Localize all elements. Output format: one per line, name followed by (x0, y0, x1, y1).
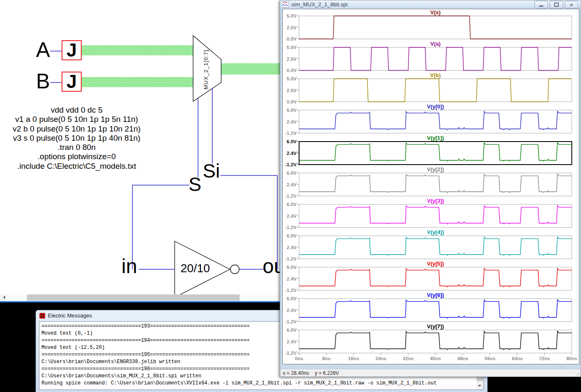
message-line: Running spice command: C:\Users\brian\Do… (41, 380, 436, 387)
spice-line: .options plotwinsize=0 (3, 152, 150, 161)
y-tick-label: 2.5V (287, 25, 297, 30)
y-tick-label: 2.4V (287, 119, 297, 124)
net-label-b[interactable]: B (36, 71, 50, 92)
pin-b-highlight[interactable]: J (62, 72, 82, 92)
y-tick-label: -1.2V (285, 351, 297, 356)
y-tick-label: 6.0V (287, 108, 297, 113)
trace-V(y[1]) (299, 143, 572, 161)
trace-V(y[0]) (299, 111, 572, 130)
trace-V(a) (299, 47, 572, 70)
trace-V(y[5]) (299, 268, 572, 287)
y-tick-label: 2.4V (287, 151, 297, 156)
y-tick-label: 2.4V (287, 182, 297, 187)
pane-box[interactable] (299, 16, 572, 39)
x-tick-label: 64ns (512, 356, 523, 361)
pane-box[interactable] (299, 204, 572, 227)
y-tick-label: 0.0V (287, 68, 297, 73)
y-tick-label: 2.4V (287, 214, 297, 219)
window-edge-highlight (0, 301, 280, 302)
pane-title: V(a) (430, 41, 441, 47)
spice-deck[interactable]: vdd vdd 0 dc 5v1 a 0 pulse(0 5 10n 1p 1p… (3, 106, 150, 171)
y-tick-label: 6.0V (287, 139, 297, 144)
trace-V(y[7]) (299, 331, 572, 350)
y-tick-label: 2.4V (287, 339, 297, 344)
x-tick-label: 16ns (348, 356, 359, 361)
hscrollbar-thumb[interactable] (27, 294, 240, 301)
inverter-bubble (230, 265, 239, 274)
pane-box[interactable] (299, 173, 572, 196)
y-tick-label: 5.0V (287, 45, 297, 50)
pin-a-glyph: J (67, 41, 77, 59)
pin-b-glyph: J (67, 72, 77, 91)
pane-box[interactable] (299, 79, 572, 102)
schematic-hscrollbar[interactable] (0, 294, 280, 301)
spice-line: .tran 0 80n (3, 143, 150, 152)
scroll-down-arrow-icon[interactable] (476, 382, 483, 389)
trace-V(y[3]) (299, 206, 572, 224)
trace-V(y[2]) (299, 174, 572, 193)
desktop: MUX_2_1[0:7] A J B J vdd vdd 0 dc 5v1 a … (0, 0, 581, 392)
x-tick-label: 48ns (457, 356, 468, 361)
spice-line: .include C:\Electric\C5_models.txt (3, 162, 150, 171)
minimize-button[interactable] (535, 1, 548, 8)
pane-title: V(y[0]) (427, 103, 444, 110)
spice-line: vdd vdd 0 dc 5 (3, 106, 150, 115)
inverter-size-label[interactable]: 20/10 (181, 263, 210, 274)
electric-logo-icon (39, 313, 45, 319)
restore-button[interactable] (550, 1, 563, 8)
pane-box[interactable] (299, 47, 572, 70)
waveform-panes: V(s)5.0V2.5V0.0VV(a)5.0V2.5V0.0VV(b)5.0V… (283, 9, 579, 364)
x-tick-label: 56ns (485, 356, 496, 361)
y-tick-label: 6.0V (287, 296, 297, 301)
restore-icon (554, 3, 559, 7)
trace-V(y[6]) (299, 300, 572, 318)
y-tick-label: 2.4V (287, 245, 297, 250)
y-tick-label: 0.0V (287, 36, 297, 41)
y-tick-label: 2.4V (287, 276, 297, 281)
x-tick-label: 24ns (375, 356, 386, 361)
net-label-a[interactable]: A (36, 39, 50, 60)
x-tick-label: 80ns (566, 356, 577, 361)
trace-V(y[4]) (299, 237, 572, 255)
spice-line: v1 a 0 pulse(0 5 10n 1p 1p 5n 11n) (3, 115, 150, 124)
resize-grip[interactable] (576, 372, 579, 375)
pane-title: V(y[7]) (427, 323, 444, 330)
spice-line: v2 b 0 pulse(0 5 10n 1p 1p 10n 21n) (3, 124, 150, 134)
waveform-statusbar: x = 28.40ns y = 6.226V (281, 369, 580, 377)
y-tick-label: 5.0V (287, 76, 297, 81)
y-tick-label: -1.2V (285, 193, 297, 199)
spice-line: v3 s 0 pulse(0 5 10n 1p 1p 40n 81n) (3, 134, 150, 143)
y-tick-label: 6.0V (287, 328, 297, 333)
y-tick-label: -1.2V (285, 319, 297, 324)
x-tick-label: 40ns (430, 356, 441, 361)
waveform-window[interactable]: sim_MUX_2_1_8bit.spi × V(s)5.0V2.5V0.0VV… (280, 0, 581, 377)
y-tick-label: 6.0V (287, 170, 297, 175)
pane-box[interactable] (299, 330, 572, 353)
pane-box[interactable] (299, 267, 572, 290)
pane-title: V(y[1]) (427, 135, 444, 141)
net-label-out[interactable]: out (263, 256, 280, 276)
pane-box[interactable] (299, 110, 572, 133)
pane-box[interactable] (299, 299, 572, 322)
trace-V(s) (299, 16, 572, 39)
y-tick-label: 5.0V (287, 13, 297, 18)
y-tick-label: -1.2V (285, 225, 297, 230)
net-label-s[interactable]: S (189, 175, 201, 194)
waveform-titlebar[interactable]: sim_MUX_2_1_8bit.spi × (280, 0, 581, 8)
x-tick-label: 72ns (539, 356, 550, 361)
pane-box[interactable] (299, 142, 572, 165)
minimize-icon (539, 5, 543, 7)
cursor-y-readout: y = 6.226V (315, 370, 339, 376)
pane-title: V(b) (430, 72, 441, 78)
scroll-left-arrow-icon[interactable] (0, 294, 6, 301)
pane-title: V(s) (430, 9, 441, 15)
net-label-si[interactable]: Si (203, 161, 220, 181)
y-tick-label: -1.2V (285, 162, 297, 167)
trace-V(b) (299, 79, 572, 102)
close-button[interactable]: × (565, 1, 578, 8)
pane-box[interactable] (299, 236, 572, 259)
waveform-plot-area[interactable]: V(s)5.0V2.5V0.0VV(a)5.0V2.5V0.0VV(b)5.0V… (282, 9, 579, 364)
pin-a-highlight[interactable]: J (62, 40, 82, 60)
net-label-in[interactable]: in (121, 256, 137, 276)
schematic-window[interactable]: MUX_2_1[0:7] A J B J vdd vdd 0 dc 5v1 a … (0, 0, 280, 302)
